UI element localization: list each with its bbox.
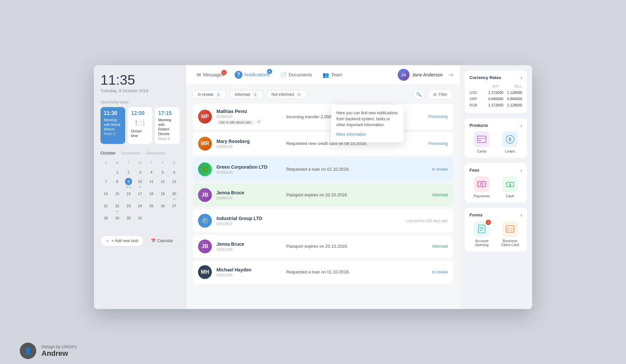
cal-day-1[interactable]: 1 <box>112 168 123 177</box>
upcoming-section: Upcoming tasks 11:30 Meeting with Maria … <box>100 100 180 144</box>
cal-day-21[interactable]: 21 <box>100 202 111 213</box>
fees-arrow[interactable]: › <box>521 168 522 173</box>
product-loans[interactable]: $ Loans <box>498 131 522 153</box>
calendar-months: October November December <box>100 151 180 155</box>
cal-day-3[interactable]: 3 <box>135 168 146 177</box>
notif-item-1[interactable]: MP Mathias Perez 02000240 Like to talk a… <box>193 104 453 129</box>
cal-day-11[interactable]: 11 <box>146 177 157 189</box>
currency-title: Currency Rates › <box>470 75 522 80</box>
cal-day-4[interactable]: 4 <box>146 168 157 177</box>
cal-day-7[interactable]: 7 <box>100 177 111 189</box>
currency-header-row: BUY SELL <box>470 84 522 90</box>
filter-informed[interactable]: Informed 1 <box>230 90 263 99</box>
task-room-3: Room 4 <box>158 137 176 141</box>
tag-cats: Like to talk about cats. <box>216 120 255 125</box>
cal-day-20[interactable]: 20 •1 <box>169 189 180 201</box>
product-cards[interactable]: Cards <box>470 131 494 153</box>
notif-item-2[interactable]: MR Mary Roseberg 02000240 Requested new … <box>193 132 453 155</box>
notif-id-3: 02000240 <box>216 170 282 174</box>
avatar-jenna-bruce-2: JB <box>198 239 212 253</box>
search-button[interactable]: 🔍 <box>413 89 424 100</box>
cal-day-19[interactable]: 19 <box>157 189 168 201</box>
calendar-button[interactable]: 📅 Calendar <box>146 236 178 246</box>
cal-day-29[interactable]: 29 <box>112 214 123 222</box>
cal-day-5[interactable]: 5 <box>157 168 168 177</box>
cal-day-16[interactable]: 16 <box>123 189 134 201</box>
nav-team-label: Team <box>331 72 342 77</box>
notif-item-7[interactable]: MH Michael Hayden 02031540 Requested a l… <box>193 261 453 284</box>
cal-day-10[interactable]: 10 •2 <box>135 177 146 189</box>
task-name-2: Dinner time <box>131 129 149 138</box>
fees-grid: Payments $ Cash <box>470 176 522 198</box>
account-opening-icon-box: 1 <box>474 221 490 237</box>
form-business-client-card[interactable]: Business Client Card <box>498 221 522 247</box>
logout-button[interactable]: ⇥ <box>448 71 453 78</box>
question-icon: ? <box>235 71 242 79</box>
filter-button[interactable]: ⊟ Filter <box>428 90 453 99</box>
month-november[interactable]: November <box>121 151 141 155</box>
cal-day-15[interactable]: 15 <box>112 189 123 201</box>
cal-day-22[interactable]: 22 •1 <box>112 202 123 213</box>
tooltip-more-link[interactable]: More information <box>336 132 366 137</box>
products-arrow[interactable]: › <box>521 123 522 128</box>
cal-day-9[interactable]: 9 •3•2 <box>123 177 134 189</box>
notif-item-6[interactable]: JB Jenna Bruce 02013240 Passport expires… <box>193 235 453 258</box>
cal-day-23[interactable]: 23 <box>123 202 134 213</box>
products-section: Products › Cards <box>465 118 527 158</box>
cal-day-6[interactable]: 6 <box>169 168 180 177</box>
forms-arrow[interactable]: › <box>521 212 522 218</box>
currency-arrow[interactable]: › <box>521 75 522 80</box>
cal-day-2[interactable]: 2 <box>123 168 134 177</box>
products-title: Products › <box>470 123 522 128</box>
nav-documents[interactable]: 📄 Documents <box>276 69 316 81</box>
filter-in-review[interactable]: In review 1 <box>193 90 226 99</box>
avatar-mary-roseberg: MR <box>198 137 212 151</box>
notifications-badge: 6 <box>267 69 272 74</box>
filter-not-informed[interactable]: Not informed 0 <box>267 90 307 99</box>
task-card-1[interactable]: 11:30 Meeting with Maria Wilson Room 2 <box>100 107 125 144</box>
currency-section: Currency Rates › BUY SELL USD 1.172000 1… <box>465 70 527 113</box>
cal-day-8[interactable]: 8 <box>112 177 123 189</box>
notif-id-4: 02000240 <box>216 196 282 200</box>
calendar-icon: 📅 <box>151 238 156 243</box>
cal-day-14[interactable]: 14 <box>100 189 111 201</box>
notif-name-3: Green Corporation LTD <box>216 164 282 170</box>
notif-item-4[interactable]: JB Jenna Bruce 02000240 Passport expires… <box>193 183 453 207</box>
cal-header-sat: S <box>169 159 180 167</box>
notif-item-3[interactable]: 🌿 Green Corporation LTD 02000240 Request… <box>193 158 453 181</box>
cal-day-13[interactable]: 13 <box>169 177 180 189</box>
cal-day-26[interactable]: 26 <box>157 202 168 213</box>
add-task-button[interactable]: ＋ + Add new task <box>100 236 143 246</box>
notification-list: MP Mathias Perez 02000240 Like to talk a… <box>186 104 460 309</box>
currency-usd: USD 1.172000 1.128000 <box>470 90 522 96</box>
task-card-2[interactable]: 12:00 🍽️ Dinner time <box>128 107 153 144</box>
svg-rect-5 <box>478 182 486 187</box>
cal-day-27[interactable]: 27 <box>169 202 180 213</box>
nav-team[interactable]: 👥 Team <box>319 69 346 81</box>
form-account-opening[interactable]: 1 Account Opening <box>470 221 494 247</box>
month-october[interactable]: October <box>100 151 116 155</box>
cal-day-24[interactable]: 24 <box>135 202 146 213</box>
cal-day-30[interactable]: 30 <box>123 214 134 222</box>
cal-day-empty1 <box>100 168 111 177</box>
notif-status-2: Processing <box>421 141 448 146</box>
month-december[interactable]: December <box>146 151 166 155</box>
filter-informed-label: Informed <box>235 92 250 97</box>
notif-message-7: Requested a loan on 01.10.2018. <box>286 269 417 274</box>
notif-id-7: 02031540 <box>216 273 282 277</box>
cal-day-12[interactable]: 12 <box>157 177 168 189</box>
cal-day-31[interactable]: 31 <box>135 214 146 222</box>
cal-day-25[interactable]: 25 <box>146 202 157 213</box>
cal-day-18[interactable]: 18 <box>146 189 157 201</box>
fee-payments[interactable]: Payments <box>470 176 494 198</box>
notif-item-5[interactable]: ⚙️ Industrial Group LTD 02510615 Last ac… <box>193 209 453 232</box>
nav-messages[interactable]: ✉ Messages 1 <box>193 69 228 81</box>
cal-day-17[interactable]: 17 <box>135 189 146 201</box>
fee-cash[interactable]: $ Cash <box>498 176 522 198</box>
clock-time: 11:35 <box>100 73 180 87</box>
task-card-3[interactable]: 17:15 Meeting with Robert Dennis Room 4 <box>155 107 180 144</box>
nav-notifications[interactable]: ? Notifications 6 <box>231 68 273 81</box>
cal-day-empty2 <box>146 214 157 222</box>
cal-day-28[interactable]: 28 <box>100 214 111 222</box>
calendar-actions: ＋ + Add new task 📅 Calendar <box>100 236 180 246</box>
